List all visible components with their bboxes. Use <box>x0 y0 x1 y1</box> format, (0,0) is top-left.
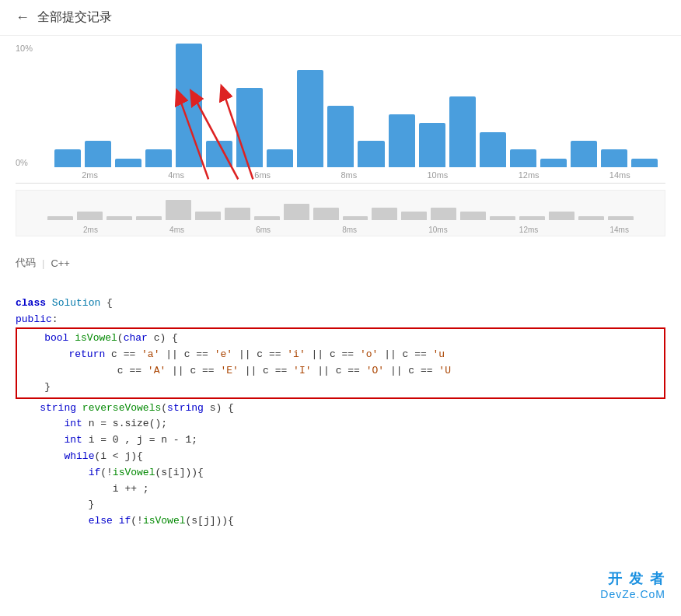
bar-chart-area <box>47 44 665 167</box>
mini-bar-item <box>284 204 309 220</box>
mini-bar-item <box>136 216 162 220</box>
bar-item <box>206 141 232 167</box>
bar-item <box>145 149 172 167</box>
mini-x-label: 6ms <box>256 226 271 234</box>
func-isVowel: isVowel <box>75 332 117 344</box>
keyword-public: public <box>16 313 52 325</box>
string-u: 'u <box>433 348 445 360</box>
func-isVowel-call1: isVowel <box>113 467 155 478</box>
keyword-while: while <box>64 450 94 462</box>
bar-item <box>510 149 536 167</box>
bar-item <box>480 132 506 167</box>
bar-item <box>419 123 445 167</box>
bar-item <box>236 88 263 167</box>
string-A: 'A' <box>148 365 166 376</box>
mini-x-label: 14ms <box>609 226 628 234</box>
keyword-if: if <box>89 467 101 478</box>
mini-bar-item <box>166 200 191 220</box>
mini-x-axis: 2ms 4ms 6ms 8ms 10ms 12ms 14ms <box>47 226 665 234</box>
bar-item <box>540 159 567 167</box>
mini-bar-item <box>107 216 132 220</box>
mini-bar-item <box>47 216 73 220</box>
watermark-bottom: DevZe.CoM <box>600 588 665 600</box>
mini-bar-item <box>460 212 486 220</box>
x-label: 10ms <box>427 170 448 180</box>
y-label-top: 10% <box>16 44 43 53</box>
string-O: 'O' <box>366 365 384 376</box>
bar-item <box>449 96 476 167</box>
bar-item <box>115 159 141 167</box>
type-string: string <box>40 402 76 414</box>
header: ← 全部提交记录 <box>0 0 681 36</box>
bar-item <box>85 141 111 167</box>
string-a: 'a' <box>141 348 159 360</box>
mini-bar-item <box>77 212 103 220</box>
watermark: 开 发 者 DevZe.CoM <box>600 569 665 600</box>
mini-bar-item <box>431 208 456 220</box>
class-name: Solution <box>52 297 100 309</box>
bar-item <box>631 159 658 167</box>
mini-x-label: 2ms <box>83 226 98 234</box>
string-U: 'U <box>438 365 451 376</box>
keyword-return: return <box>68 348 105 360</box>
bar-item <box>389 114 415 167</box>
func-reverseVowels: reverseVowels <box>82 402 161 414</box>
mini-bar-item <box>343 216 368 220</box>
keyword-class: class <box>16 297 46 309</box>
bar-item <box>54 149 81 167</box>
bar-item <box>358 141 384 167</box>
mini-bar-item <box>549 212 574 220</box>
x-label: 12ms <box>519 170 540 180</box>
x-axis: 2ms 4ms 6ms 8ms 10ms 12ms 14ms <box>47 167 665 183</box>
type-bool: bool <box>44 332 68 344</box>
mini-chart: 2ms 4ms 6ms 8ms 10ms 12ms 14ms <box>16 190 665 236</box>
mini-bar-item <box>608 216 634 220</box>
type-string2: string <box>167 402 204 414</box>
keyword-if2: if <box>119 515 131 527</box>
back-button[interactable]: ← <box>16 9 30 26</box>
bar-item <box>297 70 323 167</box>
x-label: 14ms <box>609 170 630 180</box>
string-I: 'I' <box>293 365 311 376</box>
mini-bar-item <box>401 212 427 220</box>
func-isVowel-call2: isVowel <box>143 515 186 527</box>
mini-bar-item <box>490 216 515 220</box>
x-label: 2ms <box>82 170 98 180</box>
watermark-top: 开 发 者 <box>600 569 665 588</box>
mini-bar-item <box>195 212 221 220</box>
type-int-2: int <box>64 434 82 446</box>
keyword-else: else <box>89 515 113 527</box>
mini-bar-item <box>254 216 280 220</box>
string-E: 'E' <box>220 365 238 376</box>
mini-bar-item <box>313 208 339 220</box>
page-title: 全部提交记录 <box>37 9 112 26</box>
mini-x-label: 10ms <box>428 226 447 234</box>
code-section: 代码 | C++ class Solution { public: bool i… <box>0 248 681 554</box>
x-label: 4ms <box>168 170 184 180</box>
code-label-text: 代码 <box>16 256 36 270</box>
mini-bar-item <box>372 208 397 220</box>
string-e: 'e' <box>215 348 232 360</box>
bar-item <box>601 149 627 167</box>
type-int-1: int <box>64 418 82 429</box>
code-label: 代码 | C++ <box>16 256 665 270</box>
code-language: C++ <box>51 257 70 269</box>
type-char: char <box>124 332 148 344</box>
mini-bar-item <box>225 208 250 220</box>
bar-item <box>327 106 354 168</box>
separator: | <box>42 257 44 269</box>
y-label-bottom: 0% <box>16 158 43 167</box>
mini-x-label: 4ms <box>169 226 184 234</box>
y-axis: 10% 0% <box>16 44 43 167</box>
mini-x-label: 12ms <box>519 226 538 234</box>
mini-bar-item <box>519 216 545 220</box>
code-block: class Solution { public: bool isVowel(ch… <box>16 279 665 546</box>
bar-item <box>267 149 293 167</box>
bar-item <box>176 44 202 167</box>
main-chart: 10% 0% 2ms 4ms 6ms 8ms 10ms 12ms <box>16 44 665 184</box>
chart-section: 10% 0% 2ms 4ms 6ms 8ms 10ms 12ms <box>0 36 681 236</box>
x-label: 8ms <box>340 170 357 180</box>
mini-bar-item <box>578 216 604 220</box>
bar-item <box>571 141 597 167</box>
string-i: 'i' <box>287 348 305 360</box>
